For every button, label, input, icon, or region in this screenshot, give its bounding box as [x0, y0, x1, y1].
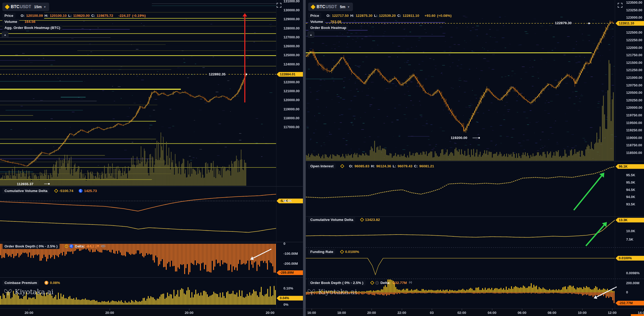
axis-tick: 119000.00	[283, 107, 300, 111]
collapse-button-left[interactable]: ▲	[2, 32, 8, 38]
broken-link-icon[interactable]	[408, 281, 413, 285]
symbol-selector-right[interactable]: BTC USDT 5m ▼	[308, 3, 353, 11]
watermark-left: Kiyotaka.ai	[4, 288, 53, 296]
time-tick-mark	[432, 309, 432, 310]
coinbase-icon[interactable]: C	[79, 189, 83, 193]
chevron-down-icon: ▼	[43, 6, 46, 8]
time-tick-label: 22:00	[397, 311, 406, 315]
time-tick-label: 20:00	[185, 311, 193, 315]
binance-icon[interactable]	[64, 244, 69, 248]
price-change: -224.37	[119, 14, 131, 18]
axis-tick: 119000.00	[626, 136, 642, 140]
binance-icon[interactable]	[54, 189, 58, 193]
price-scale-left[interactable]: 131000.00130000.00129000.00128000.001270…	[276, 0, 303, 309]
axis-tick: 122500.00	[626, 30, 642, 35]
oi-high-key: H:	[371, 164, 375, 168]
ohlc-open-key: O:	[21, 14, 25, 18]
axis-tick: 125000.00	[283, 53, 300, 57]
current-price-label-left: 122892.35	[207, 72, 227, 76]
oi-high-value: 96124.36	[376, 164, 391, 168]
axis-tick: 127000.00	[283, 35, 300, 39]
time-tick-mark	[402, 309, 402, 310]
oi-open-key: O:	[349, 164, 353, 168]
axis-tick: -100.00M	[283, 252, 298, 256]
coinbase-icon[interactable]: C	[69, 244, 73, 248]
bitcoin-icon[interactable]: B	[44, 281, 48, 285]
axis-tick: 120750.00	[626, 83, 642, 87]
axis-tick: 120250.00	[626, 98, 642, 102]
delta-key: Delta:	[75, 244, 85, 248]
binance-icon	[5, 4, 9, 9]
oi-legend-right: Open Interest O: 96085.83 H: 96124.36 L:…	[308, 163, 434, 169]
time-tick-mark	[642, 309, 642, 310]
binance-icon[interactable]	[340, 250, 344, 254]
oi-low-value: 96079.43	[398, 164, 412, 168]
interval-label: 5m	[340, 5, 345, 9]
axis-tick: 7.5K	[626, 237, 633, 242]
ohlc-close-key: C:	[397, 14, 401, 18]
ohlc-low-value: 122539.20	[379, 14, 396, 18]
collapse-button-right[interactable]: ▲	[308, 32, 314, 38]
charts-canvas[interactable]	[0, 0, 644, 316]
time-tick-label: 03	[430, 311, 434, 315]
ohlc-close-value: 122811.10	[403, 14, 419, 18]
current-price-label-right: 122879.30	[553, 21, 573, 25]
ohlc-low-key: L:	[374, 14, 377, 18]
oi-close-value: 96081.21	[419, 164, 434, 168]
time-tick-mark	[342, 309, 342, 310]
oi-low-key: L:	[393, 164, 396, 168]
ohlc-high-key: H:	[44, 14, 48, 18]
delta-value: -232.77M	[392, 281, 407, 285]
axis-tick: 0	[283, 199, 285, 203]
chevron-down-icon: ▼	[347, 6, 350, 8]
price-scale-right[interactable]: 123500.00123250.00123000.00122500.001222…	[615, 0, 644, 309]
binance-icon[interactable]	[360, 218, 364, 222]
volume-value: 164.56	[24, 20, 35, 24]
axis-tick: 119750.00	[626, 113, 642, 117]
panel-divider[interactable]	[303, 0, 306, 316]
axis-tick: 0.10%	[283, 286, 293, 291]
trading-workspace: BTC USDT 15m ▼ Price O: 120100.09 H: 120…	[0, 0, 644, 316]
ohlc-open-value: 120100.09	[26, 14, 43, 18]
delta-value: -84.31M	[86, 244, 99, 248]
price-change-pct: (+0.08%)	[437, 14, 452, 18]
cvd-coinbase-value: 1425.73	[84, 189, 97, 193]
binance-icon	[311, 4, 315, 9]
binance-icon[interactable]	[340, 164, 344, 168]
cvd-binance-value: -5100.74	[59, 189, 73, 193]
axis-tick: 93.5K	[626, 202, 635, 206]
obd-legend-left: Order Book Depth ( 0% - 2.5% ) C Delta: …	[2, 244, 105, 249]
axis-tick: 121000.00	[283, 89, 300, 93]
ohlc-close-value: 119875.72	[97, 14, 113, 18]
price-label: Price	[2, 13, 16, 18]
watermark-right: Kiyotaka.ai	[307, 288, 357, 296]
heatmap-label: Order Book Heatmap	[308, 25, 348, 30]
exchange-icon[interactable]	[375, 281, 379, 285]
symbol-selector-left[interactable]: BTC USDT 15m ▼	[2, 3, 49, 11]
axis-tick: 121750.00	[626, 53, 642, 57]
time-tick-label: 20:00	[266, 311, 274, 315]
axis-tick: 122000.00	[283, 80, 300, 84]
axis-tick: 94.0K	[626, 195, 635, 199]
ohlc-high-value: 122875.30	[356, 14, 373, 18]
axis-tick: 95.5K	[626, 173, 635, 177]
ohlc-low-value: 119820.00	[73, 14, 90, 18]
axis-tick: 0%	[283, 303, 288, 307]
time-tick-mark	[552, 309, 552, 310]
time-tick-label: 16:00	[307, 311, 316, 315]
axis-tick: 0	[626, 290, 628, 294]
time-tick-label: 04:00	[488, 311, 496, 315]
axis-tick: 126000.00	[283, 44, 300, 48]
axis-tick: 120500.00	[626, 91, 642, 95]
watermark-text: Kiyotaka.ai	[15, 288, 53, 296]
time-tick-label: 08:00	[547, 311, 556, 315]
axis-tick: 124000.00	[283, 62, 300, 66]
axis-tick: 121250.00	[626, 68, 642, 72]
link-icon[interactable]	[101, 244, 105, 249]
axis-tick: 117000.00	[283, 125, 300, 129]
oi-label: Open Interest	[308, 163, 336, 169]
ohlc-close-key: C:	[91, 14, 95, 18]
heatmap-legend-left: Agg. Order Book Heatmap (BTC)	[2, 25, 62, 30]
premium-value: 0.08%	[50, 281, 60, 285]
binance-icon[interactable]	[370, 281, 374, 285]
